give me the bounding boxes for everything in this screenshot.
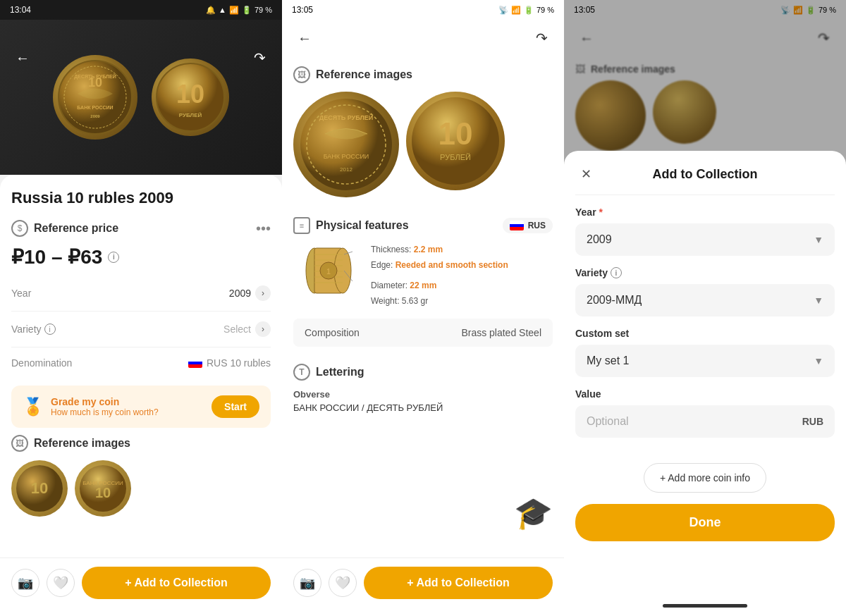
dollar-icon: $ [11, 220, 28, 237]
add-collection-button-1[interactable]: + Add to Collection [82, 567, 271, 599]
year-row[interactable]: Year 2009 › [11, 276, 271, 312]
nav-bar-2: ← ↷ [282, 20, 564, 56]
done-button[interactable]: Done [575, 504, 835, 541]
battery-text-1: 79 % [255, 6, 272, 14]
add-to-collection-modal: ✕ Add to Collection Year * 2009 ▼ Variet… [564, 151, 846, 616]
variety-form-label: Variety i [575, 267, 835, 278]
thickness-label: Thickness: [371, 245, 411, 254]
value-placeholder: Optional [587, 415, 629, 428]
ref-images-row: 10 БАНК РОССИИ10 [11, 460, 271, 517]
price-info-icon[interactable]: i [108, 252, 119, 263]
weight-value: 5.63 gr [402, 296, 428, 306]
custom-set-select[interactable]: My set 1 ▼ [575, 345, 835, 377]
denomination-row: Denomination RUS 10 rubles [11, 347, 271, 378]
home-indicator [663, 604, 747, 608]
features-specs: Thickness: 2.2 mm Edge: Reeded and smoot… [371, 242, 553, 309]
camera-button-2[interactable]: 📷 [293, 569, 321, 597]
custom-set-chevron-icon: ▼ [814, 355, 823, 366]
features-content: 1 Thickness: 2.2 mm Edge: Reeded and smo… [293, 242, 553, 309]
price-range: ₽10 – ₽63 i [11, 245, 271, 269]
grade-text-area: Grade my coin How much is my coin worth? [51, 396, 204, 417]
custom-set-value: My set 1 [587, 355, 629, 367]
rus-text: RUS [528, 221, 546, 230]
price-value: ₽10 – ₽63 [11, 245, 102, 269]
variety-select-modal[interactable]: 2009-ММД ▼ [575, 284, 835, 316]
add-collection-button-2[interactable]: + Add to Collection [364, 567, 553, 599]
panel-1: 13:04 🔔 ▲ 📶 🔋 79 % ← ↷ [0, 0, 282, 616]
russia-flag-icon-2 [510, 221, 524, 230]
obverse-text: БАНК РОССИИ / ДЕСЯТЬ РУБЛЕЙ [293, 402, 553, 413]
grade-banner: 🏅 Grade my coin How much is my coin wort… [11, 386, 271, 428]
share-button-2[interactable]: ↷ [530, 27, 553, 49]
lettering-label: Lettering [316, 366, 364, 378]
coin-title: Russia 10 rubles 2009 [11, 189, 271, 207]
svg-text:2012: 2012 [340, 166, 352, 173]
denomination-value: RUS 10 rubles [207, 357, 271, 369]
value-currency: RUB [802, 416, 823, 427]
reference-price-header: $ Reference price ••• [11, 220, 271, 237]
signal-icon-2: 📶 [511, 6, 521, 15]
ref-images-header-2: 🖼 Reference images [293, 66, 553, 83]
mascot-panel2: 🎓 [514, 495, 553, 531]
nav-bar-1: ← ↷ [0, 39, 282, 76]
variety-row[interactable]: Variety i Select › [11, 312, 271, 347]
time-2: 13:05 [292, 5, 313, 15]
more-options-icon[interactable]: ••• [256, 221, 271, 237]
ref-images-header: 🖼 Reference images [11, 435, 271, 452]
diameter-value: 22 mm [410, 281, 436, 290]
required-star: * [599, 207, 603, 218]
year-select-value: 2009 [587, 233, 612, 246]
variety-info-icon-modal: i [611, 267, 622, 278]
value-input-area[interactable]: Optional RUB [575, 405, 835, 438]
battery-icon: 🔋 [242, 6, 252, 15]
grade-start-button[interactable]: Start [212, 395, 259, 418]
share-button-1[interactable]: ↷ [248, 47, 271, 69]
edge-label: Edge: [371, 260, 393, 270]
variety-select: Select [223, 324, 251, 335]
signal-icon: 📶 [229, 6, 239, 15]
thickness-value: 2.2 mm [414, 245, 443, 254]
heart-button-1[interactable]: 🤍 [47, 569, 75, 597]
year-label: Year [11, 288, 31, 299]
year-form-label: Year * [575, 207, 835, 218]
denomination-label: Denomination [11, 357, 72, 369]
panel-2: 13:05 📡 📶 🔋 79 % ← ↷ 🖼 Reference images … [282, 0, 564, 616]
weight-label: Weight: [371, 296, 399, 306]
wifi-icon-2: 📡 [498, 6, 508, 15]
obverse-label: Obverse [293, 389, 553, 400]
year-arrow-icon: › [255, 285, 271, 301]
ref-images-full: 🖼 Reference images ДЕСЯТЬ РУБЛЕЙ БАНК РО… [282, 56, 564, 207]
ref-images-label: Reference images [34, 437, 130, 450]
edge-value: Reeded and smooth section [396, 260, 508, 270]
features-icon: ≡ [293, 217, 310, 234]
images-icon: 🖼 [11, 435, 28, 452]
ref-coin-2: БАНК РОССИИ10 [75, 460, 131, 517]
back-button-2[interactable]: ← [293, 27, 316, 49]
time-1: 13:04 [10, 5, 31, 15]
composition-row: Composition Brass plated Steel [293, 319, 553, 347]
svg-text:БАНК РОССИИ: БАНК РОССИИ [324, 153, 369, 160]
back-button-1[interactable]: ← [11, 47, 34, 69]
status-icons-1: 🔔 ▲ 📶 🔋 79 % [206, 6, 272, 15]
year-select[interactable]: 2009 ▼ [575, 223, 835, 256]
svg-text:РУБЛЕЙ: РУБЛЕЙ [179, 112, 202, 118]
bottom-bar-2: 📷 🤍 + Add to Collection [282, 558, 564, 616]
grade-medal-icon: 🏅 [23, 397, 44, 417]
svg-text:10: 10 [88, 75, 102, 90]
svg-text:10: 10 [95, 485, 111, 500]
heart-button-2[interactable]: 🤍 [329, 569, 357, 597]
svg-text:1: 1 [326, 268, 331, 276]
coin-detail-card: Russia 10 rubles 2009 $ Reference price … [0, 175, 282, 616]
status-icons-2: 📡 📶 🔋 79 % [498, 6, 554, 15]
physical-features-label: Physical features [316, 219, 409, 232]
year-value: 2009 [229, 288, 251, 299]
close-modal-button[interactable]: ✕ [575, 164, 596, 185]
lettering-icon: T [293, 364, 310, 381]
variety-arrow-icon: › [255, 321, 271, 337]
variety-label: Variety i [11, 324, 56, 335]
status-bar-1: 13:04 🔔 ▲ 📶 🔋 79 % [0, 0, 282, 20]
add-more-coin-info-button[interactable]: + Add more coin info [644, 463, 766, 493]
camera-button-1[interactable]: 📷 [11, 569, 39, 597]
ref-coin-large-2: 10 РУБЛЕЙ [406, 92, 505, 190]
modal-title: Add to Collection [596, 167, 814, 182]
